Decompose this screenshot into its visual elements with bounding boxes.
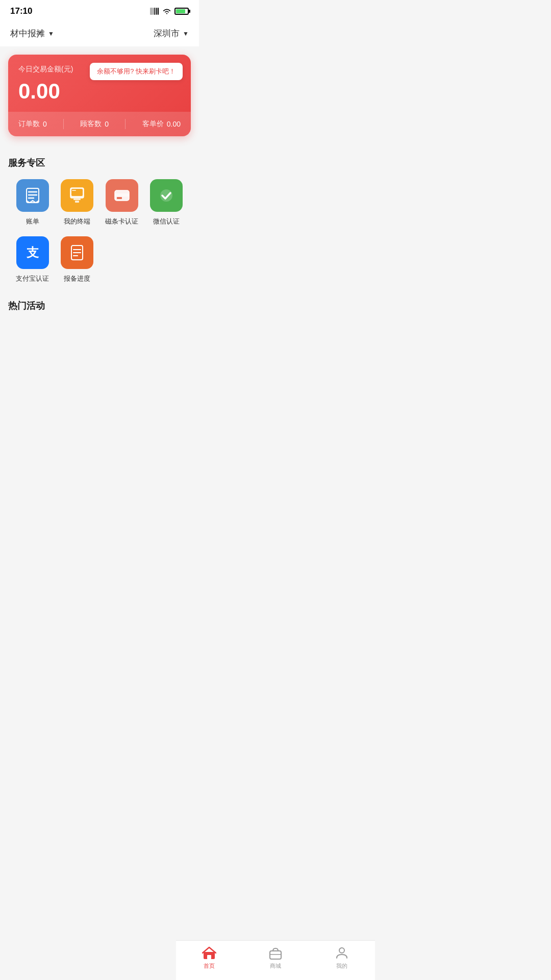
stats-card-bottom: 订单数 0 顾客数 0 客单价 0.00	[8, 112, 191, 136]
wechat-label: 微信认证	[153, 217, 180, 226]
svg-rect-12	[73, 199, 81, 200]
bill-label: 账单	[26, 217, 39, 226]
nav-home[interactable]: 首页	[176, 946, 199, 970]
status-icons	[150, 8, 189, 15]
order-value: 0	[43, 120, 47, 128]
sim-icon	[150, 8, 159, 15]
service-item-report[interactable]: 报备进度	[55, 236, 100, 283]
service-grid-row1: 账单 我的终端	[8, 179, 191, 226]
header: 材中报摊 ▼ 深圳市 ▼	[0, 20, 199, 46]
service-item-alipay[interactable]: 支 支付宝认证	[10, 236, 55, 283]
stats-card-top: 今日交易金额(元) 0.00 余额不够用? 快来刷卡吧！	[8, 55, 191, 112]
store-name: 材中报摊	[10, 28, 45, 39]
service-grid-row2: 支 支付宝认证 报备进度	[8, 236, 191, 283]
wechat-icon-bg	[150, 179, 183, 212]
customer-label: 顾客数	[80, 119, 102, 129]
alipay-icon: 支	[23, 243, 42, 262]
magcard-icon	[113, 186, 131, 205]
service-item-terminal[interactable]: 我的终端	[55, 179, 100, 226]
city-name: 深圳市	[154, 28, 180, 39]
service-item-bill[interactable]: 账单	[10, 179, 55, 226]
stat-divider-1	[63, 119, 64, 129]
stat-divider-2	[125, 119, 126, 129]
battery-icon	[174, 8, 189, 15]
bottom-nav: 首页 商城 我的	[176, 940, 199, 980]
svg-text:支: 支	[26, 246, 39, 259]
service-section: 服务专区 账单	[0, 144, 199, 287]
magcard-label: 磁条卡认证	[105, 217, 138, 226]
terminal-label: 我的终端	[64, 217, 90, 226]
wechat-icon	[157, 186, 176, 205]
stats-amount: 0.00	[18, 79, 181, 104]
header-store[interactable]: 材中报摊 ▼	[10, 28, 54, 39]
svg-rect-2	[156, 8, 157, 15]
alipay-icon-bg: 支	[16, 236, 49, 269]
report-label: 报备进度	[64, 274, 90, 283]
service-section-title: 服务专区	[8, 157, 191, 169]
svg-rect-1	[154, 8, 156, 15]
stats-card: 今日交易金额(元) 0.00 余额不够用? 快来刷卡吧！ 订单数 0 顾客数 0…	[8, 55, 191, 136]
svg-rect-3	[158, 8, 159, 15]
header-city[interactable]: 深圳市 ▼	[154, 28, 189, 39]
per-customer-label: 客单价	[142, 119, 164, 129]
status-bar: 17:10	[0, 0, 199, 20]
customer-value: 0	[105, 120, 109, 128]
hot-section-title: 热门活动	[8, 300, 191, 312]
alipay-label: 支付宝认证	[16, 274, 49, 283]
per-customer-value: 0.00	[167, 120, 181, 128]
promo-badge[interactable]: 余额不够用? 快来刷卡吧！	[90, 63, 183, 80]
service-item-wechat[interactable]: 微信认证	[144, 179, 189, 226]
terminal-icon-bg	[61, 179, 93, 212]
report-icon-bg	[61, 236, 93, 269]
report-icon	[68, 243, 86, 262]
store-dropdown-arrow: ▼	[48, 30, 54, 37]
wifi-icon	[162, 8, 171, 15]
per-customer-item: 客单价 0.00	[142, 119, 181, 129]
order-label: 订单数	[18, 119, 40, 129]
bill-icon-bg	[16, 179, 49, 212]
hot-activities-section: 热门活动	[0, 287, 199, 326]
bill-icon	[23, 186, 42, 205]
status-time: 17:10	[10, 6, 32, 16]
svg-rect-17	[117, 197, 122, 199]
city-dropdown-arrow: ▼	[183, 30, 189, 37]
terminal-icon	[67, 186, 87, 205]
svg-rect-0	[150, 8, 153, 15]
customer-count-item: 顾客数 0	[80, 119, 109, 129]
order-count-item: 订单数 0	[18, 119, 47, 129]
svg-rect-16	[115, 193, 129, 197]
magcard-icon-bg	[106, 179, 138, 212]
service-item-magcard[interactable]: 磁条卡认证	[99, 179, 144, 226]
svg-rect-13	[75, 201, 79, 203]
